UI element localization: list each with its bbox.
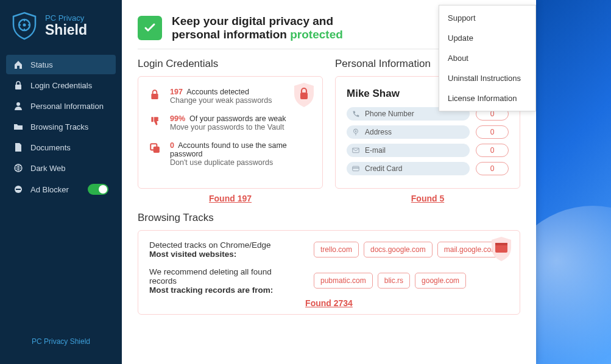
browsing-desc-line2: Most tracking records are from:: [149, 285, 273, 295]
svg-rect-19: [353, 167, 359, 169]
pi-label-text: Credit Card: [365, 164, 402, 173]
pi-count[interactable]: 0: [476, 144, 509, 157]
site-chip[interactable]: trello.com: [314, 242, 359, 257]
logo-line2: Shield: [45, 23, 87, 37]
login-credentials-section: Login Credentials 197 Accounts detected …: [138, 58, 323, 203]
app-window: PC Privacy Shield Status Login Credentia…: [0, 0, 536, 364]
lock-shield-icon: [292, 82, 316, 108]
document-icon: [13, 142, 23, 152]
sidebar-item-label: Personal Information: [30, 102, 104, 111]
sidebar-item-label: Browsing Tracks: [30, 122, 88, 131]
lock-icon: [149, 89, 161, 102]
login-found-link[interactable]: Found 197: [138, 194, 323, 203]
check-badge-icon: [138, 16, 162, 40]
ad-blocker-toggle[interactable]: [88, 184, 108, 195]
block-icon: [13, 184, 23, 194]
person-icon: [13, 101, 23, 111]
thumbs-down-icon: [149, 116, 161, 129]
login-stat-text: 0 Accounts found to use the same passwor…: [170, 141, 311, 167]
header-line2b: protected: [290, 28, 343, 41]
web-icon: [13, 163, 23, 173]
dropdown-item-uninstall[interactable]: Uninstall Instructions: [439, 68, 535, 88]
browsing-desc-line1: We recommend deleting all found records: [149, 267, 295, 285]
pi-count[interactable]: 0: [476, 125, 509, 139]
stat-sub: Don't use duplicate passwords: [170, 158, 311, 167]
header-line2a: personal information: [172, 28, 290, 41]
login-stat-accounts: 197 Accounts detected Change your weak p…: [149, 88, 311, 105]
personal-row-creditcard: Credit Card 0: [347, 162, 509, 175]
duplicate-icon: [149, 142, 161, 156]
pi-label: Address: [347, 125, 470, 139]
stat-count: 99%: [170, 114, 185, 123]
sidebar-item-label: Login Credentials: [30, 81, 92, 90]
svg-rect-13: [154, 146, 160, 152]
svg-rect-21: [495, 243, 507, 245]
stat-sub: Change your weak passwords: [170, 96, 272, 105]
dropdown-item-support[interactable]: Support: [439, 8, 535, 28]
login-stat-weak: 99% Of your passwords are weak Move your…: [149, 114, 311, 131]
personal-row-email: E-mail 0: [347, 144, 509, 157]
email-icon: [351, 146, 360, 155]
card-title: Login Credentials: [138, 58, 323, 70]
stat-count: 197: [170, 88, 183, 96]
sidebar-item-browsing-tracks[interactable]: Browsing Tracks: [6, 117, 116, 136]
site-chip[interactable]: google.com: [415, 273, 466, 289]
login-credentials-card: 197 Accounts detected Change your weak p…: [138, 76, 323, 189]
stat-headline: Accounts found to use the same password: [170, 141, 287, 158]
site-chip[interactable]: docs.google.com: [364, 242, 433, 257]
stat-headline: Accounts detected: [186, 88, 249, 96]
svg-rect-6: [16, 189, 21, 190]
browsing-row-visited: Detected tracks on Chrome/Edge Most visi…: [149, 240, 509, 259]
personal-row-address: Address 0: [347, 125, 509, 139]
sidebar-footer: PC Privacy Shield: [0, 325, 122, 364]
login-stat-duplicate: 0 Accounts found to use the same passwor…: [149, 141, 311, 167]
app-logo: PC Privacy Shield: [0, 0, 122, 55]
pi-count[interactable]: 0: [476, 162, 509, 175]
sidebar-item-dark-web[interactable]: Dark Web: [6, 158, 116, 178]
dropdown-item-license[interactable]: License Information: [439, 88, 535, 108]
dropdown-item-update[interactable]: Update: [439, 28, 535, 48]
login-stat-text: 99% Of your passwords are weak Move your…: [170, 114, 286, 131]
personal-found-link[interactable]: Found 5: [335, 194, 520, 203]
pi-label: Credit Card: [347, 162, 470, 175]
svg-rect-11: [151, 94, 158, 99]
svg-rect-10: [300, 93, 308, 99]
sidebar: PC Privacy Shield Status Login Credentia…: [0, 0, 122, 364]
shield-logo-icon: [10, 11, 39, 40]
folder-icon: [13, 122, 23, 131]
svg-rect-17: [353, 148, 359, 153]
main-content: Keep your digital privacy and personal i…: [122, 0, 536, 364]
sidebar-item-status[interactable]: Status: [6, 55, 116, 74]
pi-label: E-mail: [347, 144, 470, 157]
sidebar-item-documents[interactable]: Documents: [6, 138, 116, 157]
dropdown-item-about[interactable]: About: [439, 48, 535, 68]
lock-icon: [13, 80, 23, 90]
card-icon: [351, 164, 360, 173]
sidebar-nav: Status Login Credentials Personal Inform…: [0, 55, 122, 200]
sidebar-item-label: Documents: [30, 143, 71, 152]
stat-headline: Of your passwords are weak: [189, 114, 286, 123]
page-title: Keep your digital privacy and personal i…: [172, 15, 343, 41]
pi-label-text: E-mail: [365, 146, 386, 155]
browsing-chips-tracking: pubmatic.com blic.rs google.com: [314, 267, 466, 295]
header-line1: Keep your digital privacy and: [172, 15, 333, 27]
stat-count: 0: [170, 141, 174, 150]
sidebar-item-label: Dark Web: [30, 164, 66, 173]
svg-rect-18: [353, 166, 359, 171]
browsing-found-link[interactable]: Found 2734: [149, 298, 509, 308]
sidebar-item-label: Ad Blocker: [30, 185, 69, 194]
pi-label-text: Address: [365, 128, 392, 136]
site-chip[interactable]: pubmatic.com: [314, 273, 373, 289]
sidebar-item-label: Status: [30, 60, 53, 69]
logo-line1: PC Privacy: [45, 14, 87, 23]
browsing-desc-line2: Most visited websites:: [149, 250, 236, 259]
svg-point-16: [355, 130, 356, 131]
sidebar-item-login-credentials[interactable]: Login Credentials: [6, 75, 116, 95]
browsing-tracks-card: Detected tracks on Chrome/Edge Most visi…: [138, 230, 520, 315]
login-stat-text: 197 Accounts detected Change your weak p…: [170, 88, 272, 105]
sidebar-item-ad-blocker[interactable]: Ad Blocker: [6, 179, 116, 200]
home-icon: [13, 60, 23, 69]
browsing-desc: Detected tracks on Chrome/Edge Most visi…: [149, 240, 295, 259]
sidebar-item-personal-information[interactable]: Personal Information: [6, 96, 116, 116]
site-chip[interactable]: blic.rs: [378, 273, 410, 289]
